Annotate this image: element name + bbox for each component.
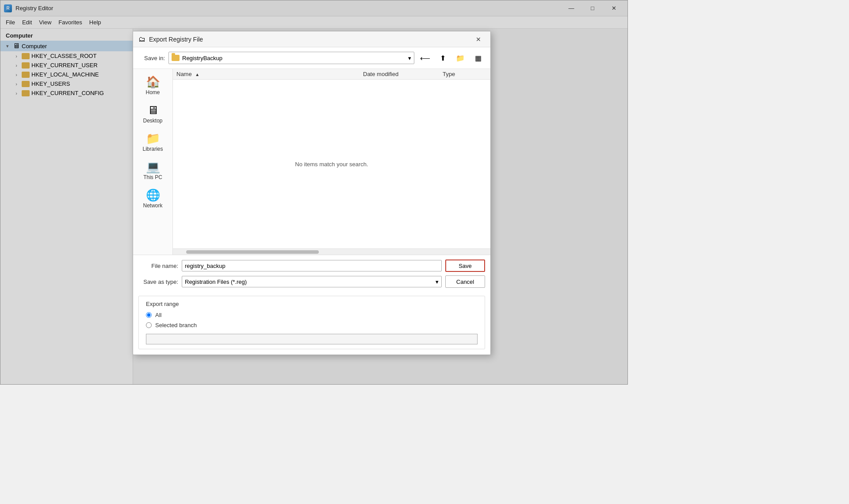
save-in-label: Save in: <box>138 55 165 61</box>
libraries-icon: 📁 <box>146 133 160 144</box>
save-in-folder-name: RegistryBackup <box>182 55 222 61</box>
dialog-title-icon: 🗂 <box>138 35 145 43</box>
save-as-type-value: Registration Files (*.reg) <box>185 279 247 285</box>
col-header-type[interactable]: Type <box>443 71 487 77</box>
save-as-type-label: Save as type: <box>138 279 178 285</box>
save-as-type-select[interactable]: Registration Files (*.reg) ▾ <box>182 276 442 287</box>
nav-item-network[interactable]: 🌐 Network <box>135 186 171 212</box>
file-name-input[interactable] <box>182 260 442 271</box>
type-dropdown-chevron-icon: ▾ <box>436 279 439 285</box>
up-folder-button[interactable]: ⬆ <box>436 52 450 64</box>
save-in-dropdown-left: RegistryBackup <box>172 55 222 61</box>
save-in-folder-icon <box>172 55 180 61</box>
col-header-name[interactable]: Name ▲ <box>176 71 363 77</box>
nav-item-home[interactable]: 🏠 Home <box>135 73 171 99</box>
network-icon: 🌐 <box>146 189 160 201</box>
up-icon: ⬆ <box>440 54 446 62</box>
file-list-content: No items match your search. <box>173 80 490 248</box>
file-name-label: File name: <box>138 263 178 269</box>
back-button[interactable]: ⟵ <box>418 52 432 64</box>
dialog-title-text: Export Registry File <box>149 36 203 43</box>
scrollbar-thumb[interactable] <box>186 250 319 254</box>
branch-input[interactable] <box>146 334 478 344</box>
export-dialog: 🗂 Export Registry File ✕ Save in: Regist… <box>133 31 491 355</box>
dialog-nav: 🏠 Home 🖥 Desktop 📁 Libraries 💻 This PC 🌐… <box>133 69 173 255</box>
nav-item-libraries[interactable]: 📁 Libraries <box>135 129 171 156</box>
dialog-form: File name: Save Save as type: Registrati… <box>133 255 490 296</box>
nav-label-thispc: This PC <box>143 174 162 180</box>
back-icon: ⟵ <box>420 54 430 62</box>
dropdown-chevron-icon: ▾ <box>408 55 411 61</box>
col-header-date[interactable]: Date modified <box>363 71 443 77</box>
file-name-row: File name: Save <box>138 260 485 272</box>
sort-asc-icon: ▲ <box>195 72 199 77</box>
home-icon: 🏠 <box>146 76 160 88</box>
save-as-type-row: Save as type: Registration Files (*.reg)… <box>138 275 485 288</box>
radio-selected-label[interactable]: Selected branch <box>155 322 197 328</box>
nav-item-thispc[interactable]: 💻 This PC <box>135 157 171 184</box>
thispc-icon: 💻 <box>146 161 160 172</box>
file-list-header: Name ▲ Date modified Type <box>173 69 490 80</box>
new-folder-icon: 📁 <box>456 54 465 62</box>
nav-item-desktop[interactable]: 🖥 Desktop <box>135 101 171 127</box>
radio-selected-branch[interactable] <box>146 322 152 328</box>
view-button[interactable]: ▦ <box>471 52 485 64</box>
file-list-area: Name ▲ Date modified Type No items match… <box>173 69 490 255</box>
dialog-close-button[interactable]: ✕ <box>472 33 485 46</box>
nav-label-network: Network <box>143 202 162 209</box>
nav-label-libraries: Libraries <box>142 146 163 152</box>
desktop-icon: 🖥 <box>147 104 159 116</box>
dialog-body: 🏠 Home 🖥 Desktop 📁 Libraries 💻 This PC 🌐… <box>133 69 490 255</box>
dialog-title-bar: 🗂 Export Registry File ✕ <box>133 31 490 47</box>
scrollbar-area[interactable] <box>173 248 490 255</box>
cancel-button[interactable]: Cancel <box>445 275 485 288</box>
save-in-row: Save in: RegistryBackup ▾ ⟵ ⬆ 📁 ▦ <box>133 47 490 69</box>
save-button[interactable]: Save <box>445 260 485 272</box>
export-range-title: Export range <box>146 301 478 307</box>
radio-all[interactable] <box>146 312 152 318</box>
dialog-title-left: 🗂 Export Registry File <box>138 35 203 43</box>
radio-row-selected-branch: Selected branch <box>146 322 478 328</box>
empty-message: No items match your search. <box>295 161 368 168</box>
nav-label-home: Home <box>145 89 160 95</box>
nav-label-desktop: Desktop <box>143 118 162 124</box>
radio-all-label[interactable]: All <box>155 312 161 318</box>
view-icon: ▦ <box>475 54 482 62</box>
export-range-section: Export range All Selected branch <box>138 296 485 349</box>
radio-row-all: All <box>146 312 478 318</box>
save-in-dropdown[interactable]: RegistryBackup ▾ <box>168 52 414 64</box>
new-folder-button[interactable]: 📁 <box>453 52 467 64</box>
